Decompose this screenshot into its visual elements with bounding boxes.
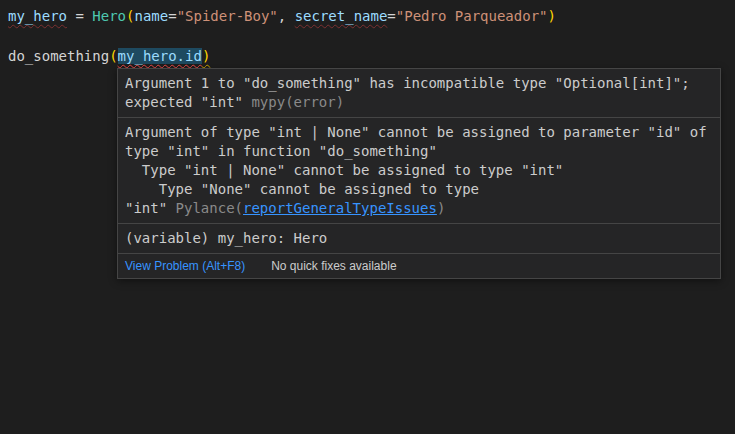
tooltip-line: type "int" in function "do_something" — [125, 142, 713, 161]
error-hover-tooltip: Argument 1 to "do_something" has incompa… — [117, 68, 721, 279]
code-token: ) — [202, 48, 210, 64]
quick-fix-status: No quick fixes available — [271, 258, 396, 274]
tooltip-line: Type "None" cannot be assigned to type — [125, 180, 713, 199]
mypy-diagnostic: Argument 1 to "do_something" has incompa… — [118, 69, 720, 118]
symbol-info: (variable) my_hero: Hero — [118, 224, 720, 254]
tooltip-token: (variable) my_hero: Hero — [125, 230, 327, 246]
code-token: name — [134, 8, 168, 24]
code-line[interactable] — [8, 26, 735, 46]
view-problem-link[interactable]: View Problem (Alt+F8) — [125, 258, 245, 274]
tooltip-line: Type "int | None" cannot be assigned to … — [125, 161, 713, 180]
code-token: = — [67, 8, 92, 24]
tooltip-token: "int" — [125, 200, 176, 216]
tooltip-token: Argument of type "int | None" cannot be … — [125, 124, 707, 140]
code-token: = — [168, 8, 176, 24]
code-token: my_hero — [8, 8, 67, 24]
code-line[interactable]: do_something(my_hero.id) — [8, 46, 735, 66]
code-token: "Spider-Boy" — [177, 8, 278, 24]
tooltip-line: "int" Pylance(reportGeneralTypeIssues) — [125, 199, 713, 218]
pylance-rule-link[interactable]: reportGeneralTypeIssues — [243, 200, 437, 216]
tooltip-token: type "int" in function "do_something" — [125, 143, 437, 159]
tooltip-token: mypy(error) — [251, 94, 344, 110]
code-token: secret_name — [295, 8, 388, 24]
code-area[interactable]: my_hero = Hero(name="Spider-Boy", secret… — [8, 6, 735, 66]
code-token: my_hero.id — [118, 48, 202, 64]
code-token: ( — [109, 48, 117, 64]
tooltip-line: expected "int" mypy(error) — [125, 93, 713, 112]
tooltip-token: expected "int" — [125, 94, 251, 110]
hover-footer: View Problem (Alt+F8) No quick fixes ava… — [118, 254, 720, 278]
code-token: ) — [548, 8, 556, 24]
pylance-diagnostic: Argument of type "int | None" cannot be … — [118, 118, 720, 224]
tooltip-token: Argument 1 to "do_something" has incompa… — [125, 75, 690, 91]
tooltip-token: Type "None" cannot be assigned to type — [125, 181, 479, 197]
tooltip-token: Pylance( — [176, 200, 243, 216]
tooltip-line: Argument 1 to "do_something" has incompa… — [125, 74, 713, 93]
code-token: = — [387, 8, 395, 24]
tooltip-token: Type "int | None" cannot be assigned to … — [125, 162, 563, 178]
code-token: "Pedro Parqueador" — [396, 8, 548, 24]
tooltip-line: Argument of type "int | None" cannot be … — [125, 123, 713, 142]
code-token: do_something — [8, 48, 109, 64]
code-token: , — [278, 8, 295, 24]
code-token: Hero — [92, 8, 126, 24]
tooltip-line: (variable) my_hero: Hero — [125, 229, 713, 248]
code-line[interactable]: my_hero = Hero(name="Spider-Boy", secret… — [8, 6, 735, 26]
tooltip-token: ) — [437, 200, 445, 216]
